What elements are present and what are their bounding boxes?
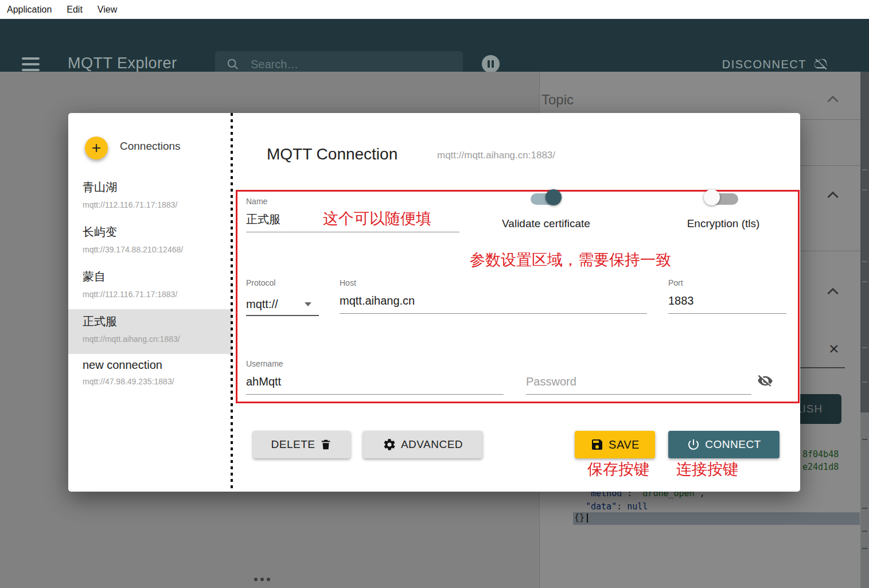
connection-item-selected[interactable]: 正式服 mqtt://mqtt.aihang.cn:1883/ — [68, 309, 232, 354]
connection-item[interactable]: 长屿变 mqtt://39.174.88.210:12468/ — [68, 220, 232, 264]
dialog-title: MQTT Connection — [267, 145, 398, 163]
delete-label: DELETE — [271, 438, 315, 451]
search-input[interactable] — [250, 57, 441, 72]
port-label: Port — [668, 278, 683, 287]
pause-button[interactable] — [482, 55, 500, 73]
add-connection-button[interactable]: + — [85, 137, 108, 159]
port-field[interactable] — [668, 294, 786, 314]
menu-view[interactable]: View — [98, 5, 117, 15]
pause-icon — [492, 60, 494, 68]
connection-name: 长屿变 — [83, 224, 232, 240]
app-title: MQTT Explorer — [68, 54, 177, 72]
connect-label: CONNECT — [705, 438, 761, 451]
trash-icon — [319, 438, 332, 451]
sidebar-divider — [231, 113, 233, 492]
protocol-select[interactable]: mqtt:// — [246, 293, 319, 316]
disconnect-button[interactable]: DISCONNECT — [722, 57, 829, 72]
password-field[interactable] — [526, 375, 751, 395]
connection-url: mqtt://112.116.71.17:1883/ — [83, 290, 232, 299]
encryption-toggle-knob[interactable] — [704, 189, 720, 205]
save-icon — [590, 438, 604, 451]
eye-off-icon — [757, 373, 773, 389]
name-annotation: 这个可以随便填 — [323, 208, 431, 229]
protocol-label: Protocol — [246, 278, 275, 287]
toggle-password-visibility-button[interactable] — [755, 371, 775, 391]
connection-url: mqtt://39.174.88.210:12468/ — [83, 245, 232, 254]
connection-name: new connection — [83, 359, 232, 372]
username-field[interactable] — [246, 375, 504, 395]
protocol-value: mqtt:// — [246, 298, 278, 311]
search-icon — [227, 58, 239, 71]
advanced-button[interactable]: ADVANCED — [363, 431, 482, 458]
connection-item[interactable]: new connection mqtt://47.98.49.235:1883/ — [68, 354, 232, 399]
connection-url: mqtt://47.98.49.235:1883/ — [83, 377, 232, 386]
connection-name: 正式服 — [83, 314, 232, 329]
connections-title: Connections — [120, 140, 181, 153]
pause-icon — [488, 60, 490, 68]
menu-application[interactable]: Application — [7, 5, 52, 15]
connect-annotation: 连接按键 — [676, 459, 738, 480]
app-header: MQTT Explorer DISCONNECT — [0, 19, 869, 72]
validate-certificate-label: Validate certificate — [483, 217, 609, 230]
username-label: Username — [246, 359, 283, 368]
power-icon — [687, 438, 700, 451]
connection-dialog: + Connections 青山湖 mqtt://112.116.71.17:1… — [68, 113, 800, 492]
delete-button[interactable]: DELETE — [253, 431, 350, 458]
name-label: Name — [246, 197, 267, 206]
dialog-subtitle: mqtt://mqtt.aihang.cn:1883/ — [437, 150, 555, 161]
connection-item[interactable]: 蒙自 mqtt://112.116.71.17:1883/ — [68, 264, 232, 309]
gear-icon — [383, 438, 396, 451]
menu-bar: Application Edit View — [0, 0, 869, 19]
cloud-off-icon — [813, 57, 829, 72]
advanced-label: ADVANCED — [401, 438, 463, 451]
params-annotation: 参数设置区域，需要保持一致 — [470, 250, 671, 270]
connection-url: mqtt://112.116.71.17:1883/ — [83, 200, 232, 209]
save-button[interactable]: SAVE — [575, 431, 655, 458]
connect-button[interactable]: CONNECT — [668, 431, 780, 458]
save-annotation: 保存按键 — [587, 459, 649, 480]
disconnect-label: DISCONNECT — [722, 58, 806, 71]
app-window: Application Edit View MQTT Explorer DISC… — [0, 0, 869, 588]
host-label: Host — [340, 278, 356, 287]
connection-item[interactable]: 青山湖 mqtt://112.116.71.17:1883/ — [68, 175, 232, 220]
hamburger-menu-icon[interactable] — [22, 57, 40, 71]
save-label: SAVE — [609, 438, 640, 451]
encryption-label: Encryption (tls) — [660, 217, 786, 230]
validate-certificate-toggle-knob[interactable] — [545, 189, 562, 205]
connection-url: mqtt://mqtt.aihang.cn:1883/ — [83, 334, 232, 344]
chevron-down-icon — [305, 302, 311, 306]
host-field[interactable] — [340, 294, 647, 314]
connection-name: 蒙自 — [83, 269, 232, 285]
connection-name: 青山湖 — [83, 180, 232, 195]
menu-edit[interactable]: Edit — [67, 5, 83, 15]
